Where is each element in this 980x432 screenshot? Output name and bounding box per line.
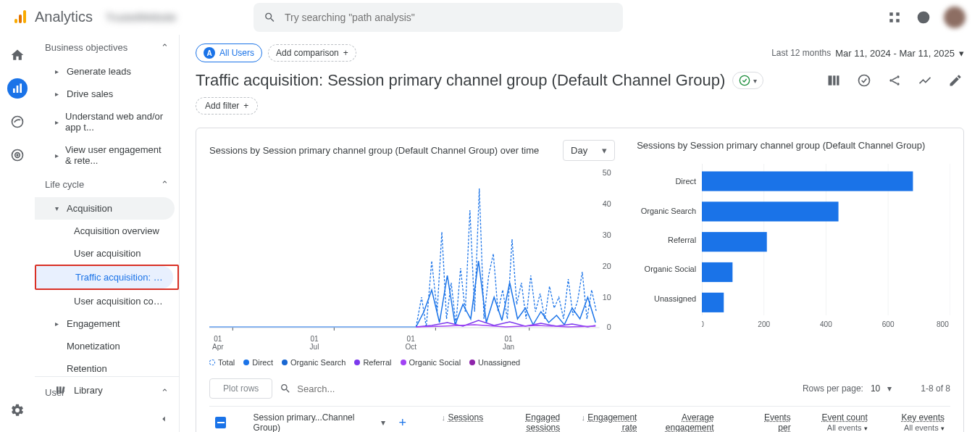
search-icon (264, 11, 276, 24)
legend-total[interactable]: Total (209, 358, 235, 367)
th-sessions[interactable]: ↓ Sessions (412, 412, 489, 432)
sidebar-item-understand[interactable]: ▸Understand web and/or app t... (35, 105, 179, 138)
plot-rows-button[interactable]: Plot rows (209, 378, 272, 399)
nav-rail (0, 35, 35, 432)
svg-text:0: 0 (702, 320, 704, 328)
check-circle-icon (739, 75, 750, 86)
title-actions (825, 72, 964, 89)
chevron-down-icon[interactable]: ▾ (381, 418, 385, 428)
svg-rect-16 (56, 386, 59, 393)
svg-point-23 (859, 75, 870, 86)
sidebar-item-acq-overview[interactable]: Acquisition overview (35, 220, 175, 242)
bar-chart-ylabels: Direct Organic Search Referral Organic S… (637, 164, 702, 331)
legend-organic-social[interactable]: Organic Social (401, 358, 461, 367)
table-search[interactable] (280, 383, 468, 394)
sidebar-section-lifecycle[interactable]: Life cycle ⌃ (35, 172, 179, 197)
sidebar-item-user-acq[interactable]: User acquisition (35, 242, 175, 265)
svg-point-25 (897, 75, 899, 78)
svg-text:50: 50 (603, 169, 611, 177)
charts-card: Sessions by Session primary channel grou… (196, 128, 964, 432)
th-engaged[interactable]: Engagedsessions (489, 412, 566, 432)
th-event-count[interactable]: Event countAll events ▾ (797, 412, 874, 432)
th-dimension[interactable]: Session primary...Channel Group) ▾ + (209, 412, 412, 432)
th-events-per[interactable]: Eventsper (720, 412, 797, 432)
svg-point-15 (17, 154, 18, 156)
page-title: Traffic acquisition: Session primary cha… (196, 71, 725, 90)
interval-select[interactable]: Day ▾ (563, 140, 615, 161)
svg-rect-1 (19, 14, 22, 23)
insights-icon[interactable] (855, 72, 873, 89)
apps-icon[interactable] (886, 9, 903, 26)
th-key-events[interactable]: Key eventsAll events ▾ (874, 412, 950, 432)
th-engagement-rate[interactable]: ↓ Engagementrate (566, 412, 642, 432)
sidebar-item-engagement-obj[interactable]: ▸View user engagement & rete... (35, 138, 179, 172)
line-chart-legend: Total Direct Organic Search Referral Org… (209, 358, 615, 367)
chip-all-users[interactable]: A All Users (196, 43, 262, 62)
legend-unassigned[interactable]: Unassigned (469, 358, 520, 367)
edit-icon[interactable] (947, 72, 964, 89)
svg-rect-47 (702, 262, 732, 282)
table-search-input[interactable] (297, 383, 427, 394)
caret-icon: ▸ (55, 151, 61, 159)
sidebar-item-engagement[interactable]: ▸Engagement (35, 312, 179, 335)
search-input[interactable] (285, 12, 613, 23)
sidebar-library[interactable]: Library (35, 376, 179, 403)
trend-icon[interactable] (916, 72, 934, 89)
rows-per-page[interactable]: 10 (871, 383, 880, 394)
chevron-down-icon: ▾ (959, 48, 964, 59)
sidebar-item-acquisition[interactable]: ▾Acquisition (35, 197, 175, 220)
chevron-down-icon[interactable]: ▾ (887, 383, 892, 394)
chevron-up-icon: ⌃ (161, 42, 169, 53)
add-filter-button[interactable]: Add filter + (196, 97, 258, 115)
sidebar-item-monetization[interactable]: Monetization (35, 335, 179, 357)
th-avg-engagement[interactable]: Averageengagement (642, 412, 719, 432)
legend-direct[interactable]: Direct (243, 358, 273, 367)
chevron-down-icon[interactable]: ▾ (941, 425, 945, 432)
svg-rect-11 (20, 83, 22, 93)
collapse-sidebar-icon[interactable] (159, 414, 169, 426)
bar-chart-panel: Sessions by Session primary channel grou… (637, 140, 950, 367)
svg-rect-4 (896, 12, 900, 16)
chip-add-comparison[interactable]: Add comparison + (268, 44, 356, 62)
header-actions: ? (886, 7, 974, 28)
chevron-down-icon[interactable]: ▾ (864, 425, 868, 432)
checkbox-icon[interactable] (215, 417, 226, 428)
legend-referral[interactable]: Referral (354, 358, 391, 367)
sidebar-item-traffic-acq[interactable]: Traffic acquisition: Session... (36, 266, 173, 288)
date-range-picker[interactable]: Last 12 months Mar 11, 2024 - Mar 11, 20… (771, 48, 964, 59)
sidebar-item-leads[interactable]: ▸Generate leads (35, 60, 179, 83)
bar-chart: Direct Organic Search Referral Organic S… (637, 164, 950, 331)
search-bar[interactable] (254, 3, 623, 32)
svg-point-19 (740, 75, 750, 85)
property-name[interactable]: TrustedWebsite (106, 12, 236, 23)
sidebar-item-user-cohorts[interactable]: User acquisition cohorts (35, 290, 175, 312)
brand-text: Analytics (35, 9, 93, 25)
rail-admin-icon[interactable] (7, 400, 28, 420)
table-header: Session primary...Channel Group) ▾ + ↓ S… (209, 406, 950, 432)
svg-rect-44 (702, 171, 913, 191)
legend-organic-search[interactable]: Organic Search (282, 358, 345, 367)
ga-logo-icon (12, 9, 29, 26)
customize-icon[interactable] (825, 72, 842, 89)
avatar[interactable] (944, 7, 966, 28)
rail-explore-icon[interactable] (7, 112, 28, 132)
svg-text:400: 400 (820, 320, 832, 328)
line-chart-xlabels: 01Apr 01Jul 01Oct 01Jan (209, 333, 615, 351)
chevron-up-icon: ⌃ (161, 179, 169, 190)
svg-rect-48 (702, 293, 724, 312)
add-dimension-icon[interactable]: + (398, 415, 406, 431)
rail-advertising-icon[interactable] (7, 145, 28, 165)
svg-rect-20 (829, 75, 832, 85)
rail-home-icon[interactable] (7, 45, 28, 65)
help-icon[interactable]: ? (915, 9, 932, 26)
sidebar-section-business[interactable]: Business objectives ⌃ (35, 35, 179, 60)
share-icon[interactable] (886, 72, 903, 89)
line-chart: 50 40 30 20 10 0 (209, 167, 615, 333)
status-badge[interactable]: ▾ (732, 72, 763, 89)
svg-text:10: 10 (603, 294, 611, 302)
rail-reports-icon[interactable] (7, 78, 28, 99)
search-icon (280, 383, 291, 394)
line-chart-title: Sessions by Session primary channel grou… (209, 145, 539, 156)
sidebar-item-sales[interactable]: ▸Drive sales (35, 83, 179, 105)
sidebar-section-label: Business objectives (45, 42, 127, 53)
